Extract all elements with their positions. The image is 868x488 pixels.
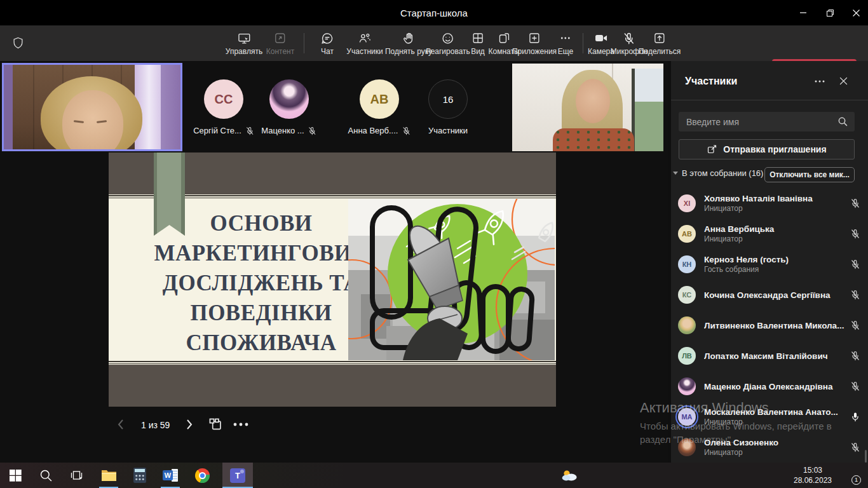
participant-row[interactable]: МА Москаленко Валентина Анато...Инициато… bbox=[671, 402, 868, 432]
share-screen-icon bbox=[653, 30, 666, 46]
minimize-button[interactable] bbox=[789, 0, 818, 25]
prev-slide-button[interactable] bbox=[116, 418, 126, 431]
mic-muted-icon[interactable] bbox=[850, 442, 860, 452]
participant-row[interactable]: АВ Анна ВербицькаИнициатор bbox=[671, 219, 868, 249]
chat-icon bbox=[321, 30, 334, 46]
presentation-more-icon[interactable] bbox=[233, 422, 249, 427]
start-button[interactable] bbox=[0, 463, 31, 488]
chrome-icon bbox=[195, 468, 210, 483]
participant-count-circle: 16 bbox=[428, 79, 468, 119]
presenter-video-tile[interactable] bbox=[512, 64, 663, 151]
panel-close-icon[interactable] bbox=[839, 76, 848, 86]
section-collapse-icon[interactable] bbox=[673, 172, 678, 175]
participant-count-label: Участники bbox=[428, 126, 468, 135]
panel-more-icon[interactable] bbox=[813, 76, 826, 86]
mic-muted-icon[interactable] bbox=[850, 320, 860, 330]
mic-muted-icon[interactable] bbox=[850, 290, 860, 300]
raise-hand-icon bbox=[402, 30, 415, 46]
toolbar-button-view[interactable]: Вид bbox=[471, 25, 485, 61]
minimize-icon bbox=[799, 9, 807, 17]
participant-row[interactable]: Олена СизоненкоИнициатор bbox=[671, 432, 868, 463]
people-icon bbox=[358, 30, 372, 46]
toolbar-button-raise-hand[interactable]: Поднять руку bbox=[385, 25, 432, 61]
shared-presentation-slide: ОСНОВИ МАРКЕТИНГОВИХ ДОСЛІДЖЕНЬ ТА ПОВЕД… bbox=[109, 152, 556, 407]
teams-button-active[interactable]: T bbox=[222, 463, 253, 488]
section-header[interactable]: В этом собрании (16) bbox=[682, 168, 763, 178]
restore-button[interactable] bbox=[815, 0, 844, 25]
mic-muted-icon[interactable] bbox=[850, 351, 860, 361]
task-view-button[interactable] bbox=[61, 463, 92, 488]
panel-divider bbox=[671, 100, 868, 100]
participant-row[interactable]: КН Керноз Неля (гость)Гость собрания bbox=[671, 249, 868, 280]
toolbar-button-apps[interactable]: Приложения bbox=[512, 25, 557, 61]
mic-muted-icon[interactable] bbox=[850, 229, 860, 239]
participant-row[interactable]: ЛВ Лопатко Максим Віталійович bbox=[671, 341, 868, 371]
toolbar-button-chat[interactable]: Чат bbox=[321, 25, 334, 61]
mic-muted-icon[interactable] bbox=[850, 259, 860, 269]
participant-tile-serhii[interactable]: СС bbox=[204, 79, 243, 119]
window-title: Стартап-школа bbox=[0, 0, 868, 25]
mic-muted-icon bbox=[402, 126, 410, 135]
participants-panel: Участники Отправка приглашения В этом со… bbox=[671, 61, 868, 463]
file-explorer-icon bbox=[101, 469, 117, 482]
windows-logo-icon bbox=[10, 470, 22, 482]
mic-on-icon[interactable] bbox=[850, 412, 860, 422]
toolbar-button-participants[interactable]: Участники bbox=[346, 25, 383, 61]
self-video-tile[interactable] bbox=[2, 63, 182, 151]
search-input[interactable] bbox=[679, 112, 855, 132]
tile-label-serhii: Сергій Сте... bbox=[193, 126, 254, 135]
participant-count-tile[interactable]: 16 bbox=[428, 79, 468, 119]
toolbar-button-share[interactable]: Поделиться bbox=[639, 25, 681, 61]
participant-row[interactable]: Маценко Діана Олександрівна bbox=[671, 371, 868, 402]
chrome-button[interactable] bbox=[187, 463, 217, 488]
clock-time: 15:03 bbox=[793, 465, 832, 475]
toolbar-button-manage[interactable]: Управлять bbox=[226, 25, 262, 61]
windows-taskbar: W T 20°C Mostly cloudy bbox=[0, 463, 868, 488]
avatar-photo bbox=[678, 377, 696, 395]
taskbar-clock[interactable]: 15:03 28.06.2023 bbox=[793, 465, 832, 485]
calculator-button[interactable] bbox=[125, 463, 155, 488]
toolbar-button-react[interactable]: Реагировать bbox=[426, 25, 470, 61]
participant-row[interactable]: Литвиненко Валентина Микола... bbox=[671, 310, 868, 341]
mic-muted-icon[interactable] bbox=[850, 198, 860, 208]
mic-muted-icon[interactable] bbox=[850, 381, 860, 391]
notification-badge: 1 bbox=[851, 475, 861, 485]
panel-title: Участники bbox=[685, 76, 737, 87]
participant-tile-anna[interactable]: АВ bbox=[360, 79, 399, 119]
slide-collage-graphic bbox=[348, 199, 555, 360]
close-icon bbox=[852, 9, 860, 17]
toolbar-button-more[interactable]: Еще bbox=[558, 25, 573, 61]
participant-tile-matsenko[interactable] bbox=[269, 79, 309, 119]
weather-widget-icon[interactable] bbox=[559, 463, 580, 488]
avatar: КС bbox=[678, 286, 696, 304]
send-invite-button[interactable]: Отправка приглашения bbox=[679, 139, 855, 159]
avatar: СС bbox=[204, 79, 243, 119]
avatar-speaking: МА bbox=[678, 408, 696, 426]
toolbar-divider bbox=[304, 33, 304, 53]
restore-icon bbox=[826, 9, 834, 17]
participant-row[interactable]: КС Кочина Олександра Сергіївна bbox=[671, 280, 868, 310]
search-icon[interactable] bbox=[837, 116, 848, 127]
tile-label-anna: Анна Верб.... bbox=[348, 126, 411, 135]
teams-icon: T bbox=[230, 468, 245, 483]
task-view-icon bbox=[70, 470, 83, 481]
panel-scrollbar[interactable] bbox=[865, 450, 867, 463]
calculator-icon bbox=[133, 468, 146, 483]
avatar-photo bbox=[269, 79, 309, 119]
taskbar-search-button[interactable] bbox=[31, 463, 61, 488]
avatar: АВ bbox=[360, 79, 399, 119]
file-explorer-button[interactable] bbox=[93, 463, 124, 488]
close-button[interactable] bbox=[841, 0, 868, 25]
word-icon: W bbox=[163, 468, 178, 482]
share-content-icon bbox=[274, 30, 287, 46]
private-view-icon[interactable] bbox=[208, 417, 222, 431]
next-slide-button[interactable] bbox=[184, 418, 194, 431]
smiley-icon bbox=[442, 30, 455, 46]
title-bar: Стартап-школа bbox=[0, 0, 868, 25]
participant-row[interactable]: ХІ Холявко Наталія ІванівнаИнициатор bbox=[671, 188, 868, 219]
mute-all-button[interactable]: Отключить все мик... bbox=[764, 167, 855, 182]
avatar-photo bbox=[678, 316, 696, 334]
teams-meeting-window: Стартап-школа 01:23:52 Управлять bbox=[0, 0, 868, 488]
word-button[interactable]: W bbox=[155, 463, 186, 488]
toolbar-divider bbox=[583, 33, 583, 53]
